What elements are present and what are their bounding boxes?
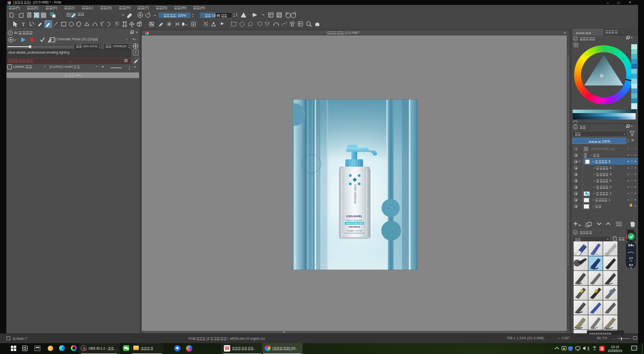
svg-text:T: T xyxy=(22,21,25,27)
svg-text:HYDRATE · SOOTHE: HYDRATE · SOOTHE xyxy=(347,230,362,232)
svg-text:+: + xyxy=(137,57,139,60)
svg-text:S: S xyxy=(601,346,604,351)
svg-text:HYDRAIR EASE: HYDRAIR EASE xyxy=(354,184,357,204)
svg-text:Face Cleanser: Face Cleanser xyxy=(346,219,363,222)
svg-text:DEEP HYDRA CLEAN: DEEP HYDRA CLEAN xyxy=(346,223,363,225)
svg-text:COOLRAPEL: COOLRAPEL xyxy=(346,215,363,218)
svg-text:FRAGRANCE: FRAGRANCE xyxy=(349,226,361,228)
